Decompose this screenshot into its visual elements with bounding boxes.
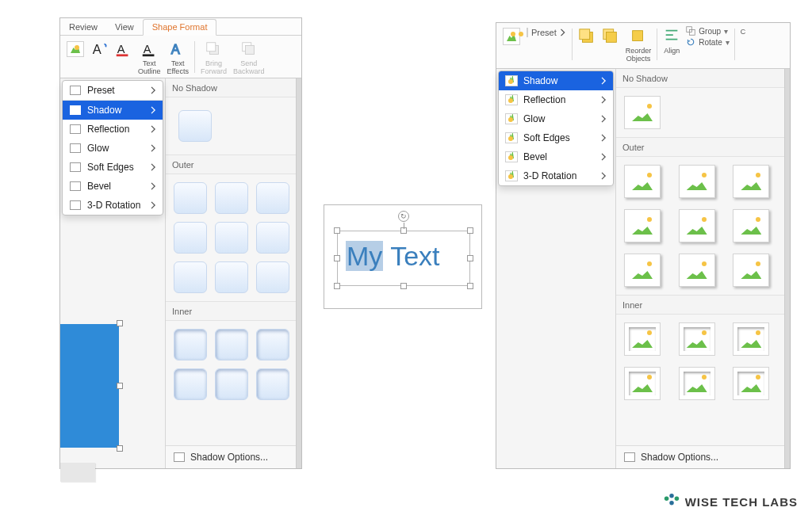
no-shadow-tile[interactable]	[624, 96, 661, 129]
shadow-options-link[interactable]: Shadow Options...	[616, 445, 784, 468]
resize-handle[interactable]	[467, 283, 473, 289]
preset-button[interactable]: Preset	[523, 26, 569, 40]
inner-tile[interactable]	[679, 367, 715, 400]
inner-tile[interactable]	[174, 329, 207, 360]
outer-grid	[616, 157, 784, 295]
rotate-icon	[686, 37, 695, 47]
outer-tile[interactable]	[174, 182, 207, 214]
inner-tile[interactable]	[624, 367, 661, 400]
svg-text:A: A	[144, 43, 151, 55]
inner-tile[interactable]	[256, 329, 289, 360]
menu-shadow[interactable]: Shadow	[63, 101, 163, 120]
shadow-gallery: No Shadow Outer Inner Shadow Options...	[165, 78, 296, 468]
brand-mark-icon	[663, 493, 680, 510]
inner-tile[interactable]	[624, 322, 661, 356]
tab-review[interactable]: Review	[60, 18, 106, 35]
resize-handle[interactable]	[467, 255, 473, 261]
layer-back-button[interactable]	[599, 26, 622, 48]
outer-tile[interactable]	[256, 182, 289, 214]
text-color-icon: A	[114, 40, 132, 58]
resize-handle[interactable]	[467, 227, 473, 234]
outer-tile[interactable]	[174, 222, 207, 254]
menu-shadow[interactable]: Shadow	[499, 71, 613, 90]
shadow-options-link[interactable]: Shadow Options...	[166, 445, 296, 468]
resize-handle[interactable]	[400, 283, 407, 289]
selected-shape-blue-rect[interactable]	[60, 324, 119, 448]
brand-logo: WISE TECH LABS	[663, 493, 798, 510]
menu-glow[interactable]: Glow	[63, 139, 163, 158]
outer-tile[interactable]	[256, 222, 289, 254]
bring-forward-button[interactable]: Bring Forward	[197, 39, 230, 78]
textbox-preview: ↻ My Text	[324, 204, 482, 309]
outer-tile[interactable]	[174, 261, 207, 293]
textbox-selection[interactable]: ↻ My Text	[337, 231, 470, 286]
align-button[interactable]: Align	[660, 26, 684, 56]
layer-front-icon	[578, 28, 596, 45]
send-backward-button[interactable]: Send Backward	[230, 39, 268, 78]
outer-tile[interactable]	[624, 209, 661, 242]
outer-tile[interactable]	[215, 182, 248, 214]
menu-bevel[interactable]: Bevel	[63, 177, 163, 196]
text-fill-button[interactable]: A	[87, 39, 111, 61]
picture-effects-button[interactable]	[500, 26, 523, 48]
inner-tile[interactable]	[215, 368, 248, 400]
menu-3d-rotation[interactable]: 3-D Rotation	[499, 166, 613, 185]
svg-rect-2	[117, 54, 128, 56]
options-icon	[174, 452, 185, 462]
picture-format-panel: Preset Reorder Objects Align Group▾ Rota…	[496, 22, 791, 469]
outer-tile[interactable]	[679, 254, 715, 287]
inner-tile[interactable]	[733, 367, 769, 400]
menu-glow[interactable]: Glow	[499, 109, 613, 128]
resize-handle[interactable]	[334, 227, 340, 234]
crop-button[interactable]: C	[737, 26, 749, 37]
svg-rect-13	[606, 32, 616, 43]
menu-soft-edges[interactable]: Soft Edges	[63, 158, 163, 177]
resize-handle[interactable]	[334, 283, 340, 289]
inner-grid	[616, 315, 784, 408]
resize-handle[interactable]	[334, 255, 340, 261]
bring-forward-icon	[205, 40, 222, 58]
svg-text:A: A	[171, 42, 180, 56]
text-effects-button[interactable]: A Text Effects	[164, 39, 192, 78]
picture-style-button[interactable]	[63, 39, 87, 61]
svg-text:A: A	[117, 43, 125, 55]
gallery-section-outer: Outer	[616, 137, 784, 157]
inner-tile[interactable]	[174, 368, 207, 400]
scrollbar[interactable]	[784, 69, 790, 468]
outer-tile[interactable]	[733, 254, 769, 287]
group-button[interactable]: Group▾	[686, 26, 729, 36]
inner-tile[interactable]	[215, 329, 248, 360]
no-shadow-tile[interactable]	[178, 110, 212, 142]
menu-preset[interactable]: Preset	[63, 81, 163, 100]
outer-tile[interactable]	[733, 165, 769, 198]
inner-tile[interactable]	[256, 368, 289, 400]
rotate-button[interactable]: Rotate▾	[686, 37, 729, 47]
outer-tile[interactable]	[624, 165, 661, 198]
outer-tile[interactable]	[215, 222, 248, 254]
text-outline-button[interactable]: A Text Outline	[135, 39, 164, 78]
textbox-text[interactable]: My Text	[346, 241, 440, 272]
inner-tile[interactable]	[733, 322, 769, 356]
tab-view[interactable]: View	[106, 18, 143, 35]
menu-soft-edges[interactable]: Soft Edges	[499, 128, 613, 147]
outer-tile[interactable]	[679, 209, 715, 242]
gallery-section-no-shadow: No Shadow	[616, 69, 784, 88]
outer-tile[interactable]	[215, 261, 248, 293]
inner-tile[interactable]	[679, 322, 715, 356]
menu-bevel[interactable]: Bevel	[499, 147, 613, 166]
scrollbar[interactable]	[296, 78, 301, 468]
text-color-button[interactable]: A	[111, 39, 135, 61]
gallery-section-inner: Inner	[166, 301, 296, 321]
layer-front-button[interactable]	[575, 26, 599, 48]
svg-point-19	[674, 497, 679, 502]
menu-reflection[interactable]: Reflection	[499, 90, 613, 109]
outer-tile[interactable]	[733, 209, 769, 242]
rotate-handle[interactable]: ↻	[398, 211, 409, 222]
menu-reflection[interactable]: Reflection	[63, 120, 163, 139]
reorder-objects-button[interactable]: Reorder Objects	[622, 26, 655, 65]
menu-3d-rotation[interactable]: 3-D Rotation	[63, 196, 163, 215]
tab-shape-format[interactable]: Shape Format	[143, 19, 217, 36]
outer-tile[interactable]	[256, 261, 289, 293]
outer-tile[interactable]	[624, 254, 661, 287]
outer-tile[interactable]	[679, 165, 715, 198]
